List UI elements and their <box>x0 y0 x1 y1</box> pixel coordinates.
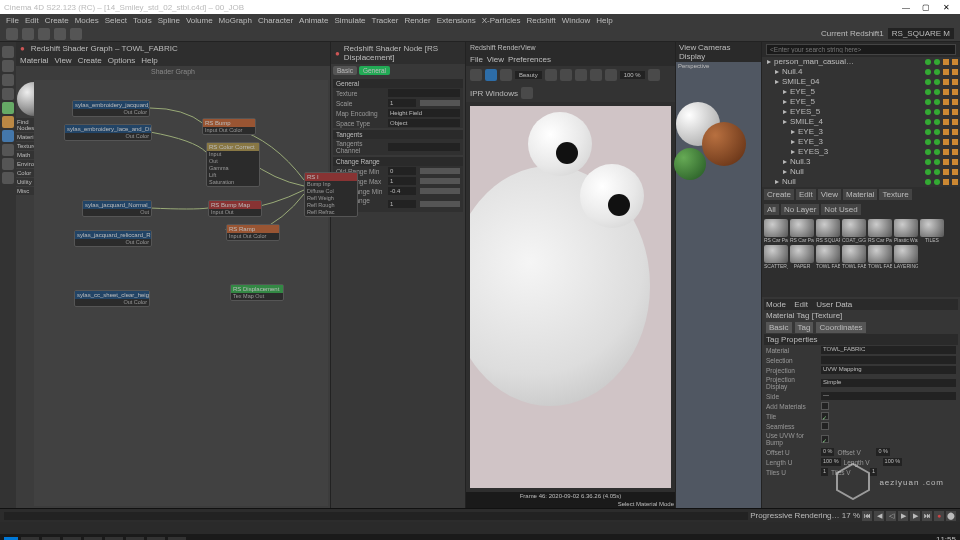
pick-icon[interactable] <box>605 69 617 81</box>
aov-dropdown[interactable]: Beauty <box>515 71 542 79</box>
tangents-field[interactable] <box>388 143 460 151</box>
object-tree-item[interactable]: ▸Null <box>762 177 960 187</box>
timeline[interactable]: Progressive Rendering… 17 % ⏮ ◀ ◁ ▶ ▶ ⏭ … <box>0 508 960 522</box>
range-field[interactable]: 0 <box>388 167 416 175</box>
menu-item[interactable]: X-Particles <box>482 16 521 25</box>
tag-tab[interactable]: Basic <box>766 322 792 333</box>
material-output-node[interactable]: RS I Bump Inp Diffuse Col Refl Weigh Ref… <box>304 172 358 217</box>
menu-item[interactable]: Window <box>562 16 590 25</box>
live-select-icon[interactable] <box>2 46 14 58</box>
ap-menu[interactable]: Mode <box>766 300 786 309</box>
bumpmap-node[interactable]: RS Bump Map Input Out <box>208 200 262 217</box>
autokey-icon[interactable]: ⬤ <box>946 511 956 521</box>
edge-mode-icon[interactable] <box>2 158 14 170</box>
ap-menu[interactable]: User Data <box>816 300 852 309</box>
workplane-icon[interactable] <box>2 130 14 142</box>
prev-frame-icon[interactable]: ◀ <box>874 511 884 521</box>
uv-field[interactable]: 100 % <box>883 458 903 466</box>
ap-menu[interactable]: Edit <box>794 300 808 309</box>
rv-menu[interactable]: File <box>470 55 483 64</box>
object-search-input[interactable] <box>766 44 956 55</box>
checkbox[interactable] <box>821 412 829 420</box>
render-icon[interactable] <box>470 69 482 81</box>
tag-tab[interactable]: Coordinates <box>816 322 865 333</box>
material-swatch[interactable]: RS SQUARE <box>816 219 840 243</box>
material-swatch[interactable]: RS Car Pain <box>764 219 788 243</box>
crop-icon[interactable] <box>590 69 602 81</box>
object-tree-item[interactable]: ▸EYES_3 <box>762 147 960 157</box>
object-tree-item[interactable]: ▸EYE_3 <box>762 137 960 147</box>
tab-general[interactable]: General <box>359 66 390 75</box>
range-field[interactable]: -0.4 <box>388 187 416 195</box>
minimize-button[interactable]: — <box>896 3 916 12</box>
material-swatch[interactable]: TILES <box>920 219 944 243</box>
goto-start-icon[interactable]: ⏮ <box>862 511 872 521</box>
material-swatch[interactable]: TOWL FABRIC <box>868 245 892 269</box>
tool-icon[interactable] <box>70 28 82 40</box>
menu-item[interactable]: Select <box>105 16 127 25</box>
menu-item[interactable]: Volume <box>186 16 213 25</box>
uv-field[interactable]: 1 <box>821 468 828 476</box>
texture-mode-icon[interactable] <box>2 116 14 128</box>
menu-item[interactable]: Edit <box>25 16 39 25</box>
object-manager[interactable]: ▸person_man_casual…▸Null.4▸SMILE_04▸EYE_… <box>762 57 960 187</box>
range-field[interactable]: 1 <box>388 200 416 208</box>
layout-dropdown[interactable]: RS_SQUARE M <box>888 28 954 39</box>
gear-icon[interactable] <box>521 87 533 99</box>
stop-icon[interactable] <box>500 69 512 81</box>
menu-item[interactable]: Tracker <box>372 16 399 25</box>
tool-icon[interactable] <box>38 28 50 40</box>
texture-node[interactable]: sylas_embroidery_jacquard_fabric_t Out C… <box>72 100 150 117</box>
mat-menu[interactable]: Edit <box>796 189 816 200</box>
object-tree-item[interactable]: ▸EYES_5 <box>762 107 960 117</box>
next-frame-icon[interactable]: ▶ <box>910 511 920 521</box>
submenu[interactable]: Material <box>20 56 48 65</box>
vp-menu[interactable]: Cameras <box>698 43 730 52</box>
rv-menu[interactable]: Preferences <box>508 55 551 64</box>
object-tree-item[interactable]: ▸Null <box>762 167 960 177</box>
scale-field[interactable]: 1 <box>388 99 416 107</box>
mat-menu[interactable]: Create <box>764 189 794 200</box>
material-swatch[interactable]: TOWL FABRIC <box>816 245 840 269</box>
object-tree-item[interactable]: ▸Null.3 <box>762 157 960 167</box>
menu-item[interactable]: Redshift <box>526 16 555 25</box>
texture-node[interactable]: sylas_cc_sheet_clear_height_t Out Color <box>74 290 150 307</box>
texture-node[interactable]: sylas_jacquard_reliccard_Roughness Out C… <box>74 230 152 247</box>
vp-menu[interactable]: Display <box>679 52 705 61</box>
poly-mode-icon[interactable] <box>2 172 14 184</box>
menu-item[interactable]: Help <box>596 16 612 25</box>
close-button[interactable]: ✕ <box>936 3 956 12</box>
material-swatch[interactable]: COAT_GGX <box>842 219 866 243</box>
material-swatch[interactable]: SCATTER_W <box>764 245 788 269</box>
menu-item[interactable]: Simulate <box>334 16 365 25</box>
submenu[interactable]: Create <box>78 56 102 65</box>
object-tree-item[interactable]: ▸EYE_5 <box>762 87 960 97</box>
menu-item[interactable]: Create <box>45 16 69 25</box>
object-tree-item[interactable]: ▸EYE_5 <box>762 97 960 107</box>
scale-icon[interactable] <box>2 74 14 86</box>
menu-item[interactable]: Render <box>404 16 430 25</box>
point-mode-icon[interactable] <box>2 144 14 156</box>
viewport-object[interactable] <box>702 122 746 166</box>
vp-menu[interactable]: View <box>679 43 696 52</box>
menu-item[interactable]: Extensions <box>437 16 476 25</box>
slider[interactable] <box>420 188 460 194</box>
filter-tab[interactable]: Not Used <box>821 204 860 215</box>
object-tree-item[interactable]: ▸person_man_casual… <box>762 57 960 67</box>
material-swatch[interactable]: TOWL FABRIC <box>842 245 866 269</box>
slider[interactable] <box>420 201 460 207</box>
prop-field[interactable]: TOWL_FABRIC <box>821 346 956 354</box>
space-dropdown[interactable]: Object <box>388 119 460 127</box>
slider[interactable] <box>420 168 460 174</box>
snapshot-icon[interactable] <box>545 69 557 81</box>
uv-field[interactable]: 0 % <box>876 448 889 456</box>
uv-field[interactable]: 100 % <box>821 458 841 466</box>
mat-menu[interactable]: Material <box>843 189 877 200</box>
checkbox[interactable] <box>821 435 829 443</box>
tray-clock[interactable]: 11:5502.09.2020 <box>916 536 956 540</box>
bump-node[interactable]: RS Bump Input Out Color <box>202 118 256 135</box>
perspective-viewport[interactable]: View Cameras Display Perspective <box>676 42 762 508</box>
encoding-dropdown[interactable]: Height Field <box>388 109 460 117</box>
ipr-icon[interactable] <box>485 69 497 81</box>
material-swatch[interactable]: RS Car Pain <box>868 219 892 243</box>
